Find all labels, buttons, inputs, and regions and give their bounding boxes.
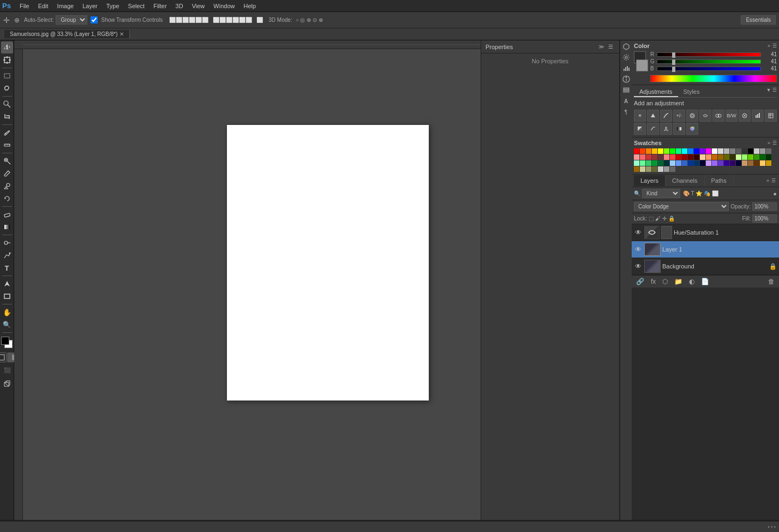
swatch-item[interactable] — [646, 160, 651, 166]
swatch-item[interactable] — [748, 154, 753, 160]
swatch-item[interactable] — [766, 154, 771, 160]
lock-position-icon[interactable]: ✛ — [662, 216, 667, 222]
layers-panel-expand[interactable]: » — [765, 177, 770, 184]
menu-type[interactable]: Type — [102, 2, 124, 10]
document-tab[interactable]: Samuelsons.jpg @ 33.3% (Layer 1, RGB/8*)… — [4, 30, 130, 38]
vibrance-adj-icon[interactable] — [686, 110, 698, 122]
swatch-item[interactable] — [712, 154, 717, 160]
info-side-icon[interactable] — [621, 74, 631, 84]
invert-adj-icon[interactable] — [634, 123, 646, 135]
color-lookup-adj-icon[interactable] — [765, 110, 777, 122]
levels-adj-icon[interactable] — [647, 110, 659, 122]
swatch-item[interactable] — [700, 148, 705, 154]
exposure-adj-icon[interactable]: +/- — [673, 110, 685, 122]
menu-layer[interactable]: Layer — [78, 2, 102, 10]
swatch-item[interactable] — [682, 160, 687, 166]
swatch-item[interactable] — [694, 154, 699, 160]
layer-item-background[interactable]: 👁 Background 🔒 — [632, 258, 779, 275]
swatch-item[interactable] — [652, 154, 657, 160]
history-brush-tool[interactable] — [1, 193, 13, 205]
create-layer-icon[interactable]: 📄 — [699, 277, 711, 286]
brightness-adj-icon[interactable]: ☀ — [634, 110, 646, 122]
swatch-item[interactable] — [712, 160, 717, 166]
link-layers-icon[interactable]: 🔗 — [634, 277, 646, 286]
color-r-slider[interactable] — [657, 52, 761, 57]
swatch-item[interactable] — [670, 160, 675, 166]
layer-item-hue-saturation[interactable]: 👁 Hue/Saturation 1 — [632, 224, 779, 241]
photo-filter-adj-icon[interactable] — [739, 110, 751, 122]
gradient-tool[interactable] — [1, 221, 13, 233]
spot-healing-tool[interactable] — [1, 155, 13, 167]
swatch-item[interactable] — [730, 160, 735, 166]
swatch-item[interactable] — [646, 166, 651, 172]
swatch-item[interactable] — [724, 154, 729, 160]
posterize-adj-icon[interactable] — [647, 123, 659, 135]
swatch-item[interactable] — [646, 154, 651, 160]
swatch-item[interactable] — [760, 154, 765, 160]
swatch-item[interactable] — [640, 166, 645, 172]
swatches-expand[interactable]: » — [768, 140, 770, 146]
delete-layer-icon[interactable]: 🗑 — [766, 277, 777, 286]
zoom-tool[interactable]: 🔍 — [1, 319, 13, 331]
swatch-item[interactable] — [706, 148, 711, 154]
swatch-item[interactable] — [658, 154, 663, 160]
standard-mode[interactable] — [0, 352, 7, 362]
swatch-item[interactable] — [634, 154, 639, 160]
show-transform-checkbox[interactable] — [91, 16, 98, 23]
swatch-item[interactable] — [718, 154, 723, 160]
swatch-item[interactable] — [664, 160, 669, 166]
histogram-icon[interactable] — [621, 63, 631, 73]
swatch-item[interactable] — [736, 160, 741, 166]
swatch-item[interactable] — [754, 160, 759, 166]
curves-adj-icon[interactable] — [660, 110, 672, 122]
lock-all-icon[interactable]: 🔒 — [668, 216, 675, 222]
tab-layers[interactable]: Layers — [634, 175, 666, 186]
swatch-item[interactable] — [658, 148, 663, 154]
swatch-item[interactable] — [760, 160, 765, 166]
swatch-item[interactable] — [670, 154, 675, 160]
swatch-item[interactable] — [694, 148, 699, 154]
swatch-item[interactable] — [748, 148, 753, 154]
add-mask-icon[interactable]: ⬡ — [660, 277, 670, 286]
crop-tool[interactable] — [1, 111, 13, 123]
menu-edit[interactable]: Edit — [34, 2, 53, 10]
swatch-item[interactable] — [706, 160, 711, 166]
swatch-item[interactable] — [640, 148, 645, 154]
opacity-input[interactable] — [752, 202, 777, 211]
swatch-item[interactable] — [658, 166, 663, 172]
swatch-item[interactable] — [646, 148, 651, 154]
swatch-item[interactable] — [640, 160, 645, 166]
swatch-item[interactable] — [742, 160, 747, 166]
swatch-item[interactable] — [724, 160, 729, 166]
swatch-item[interactable] — [676, 160, 681, 166]
swatch-item[interactable] — [736, 154, 741, 160]
swatch-item[interactable] — [742, 154, 747, 160]
swatch-item[interactable] — [658, 160, 663, 166]
blend-mode-dropdown[interactable]: Color Dodge Normal Dissolve Multiply Scr… — [634, 202, 729, 211]
swatch-item[interactable] — [688, 154, 693, 160]
eraser-tool[interactable] — [1, 208, 13, 220]
swatch-item[interactable] — [742, 148, 747, 154]
para-style-icon[interactable]: ¶ — [621, 107, 631, 117]
fill-input[interactable] — [752, 214, 777, 223]
swatch-item[interactable] — [676, 148, 681, 154]
swatch-item[interactable] — [670, 148, 675, 154]
color-balance-adj-icon[interactable] — [712, 110, 724, 122]
add-layer-style-icon[interactable]: fx — [649, 277, 658, 286]
move-tool[interactable] — [1, 41, 13, 53]
black-white-adj-icon[interactable]: B/W — [726, 110, 738, 122]
swatch-item[interactable] — [730, 148, 735, 154]
threshold-adj-icon[interactable] — [660, 123, 672, 135]
settings-side-icon[interactable] — [621, 52, 631, 62]
color-b-slider[interactable] — [657, 67, 761, 71]
create-group-icon[interactable]: 📁 — [672, 277, 685, 286]
swatch-item[interactable] — [682, 148, 687, 154]
lock-image-icon[interactable]: 🖌 — [655, 216, 661, 222]
color-panel-menu[interactable]: ☰ — [772, 43, 777, 49]
swatch-item[interactable] — [676, 154, 681, 160]
layer-item-layer1[interactable]: 👁 Layer 1 — [632, 241, 779, 258]
color-bg-swatch[interactable] — [636, 59, 648, 71]
swatch-item[interactable] — [700, 160, 705, 166]
swatch-item[interactable] — [754, 148, 759, 154]
layer-visibility-background[interactable]: 👁 — [634, 262, 643, 271]
